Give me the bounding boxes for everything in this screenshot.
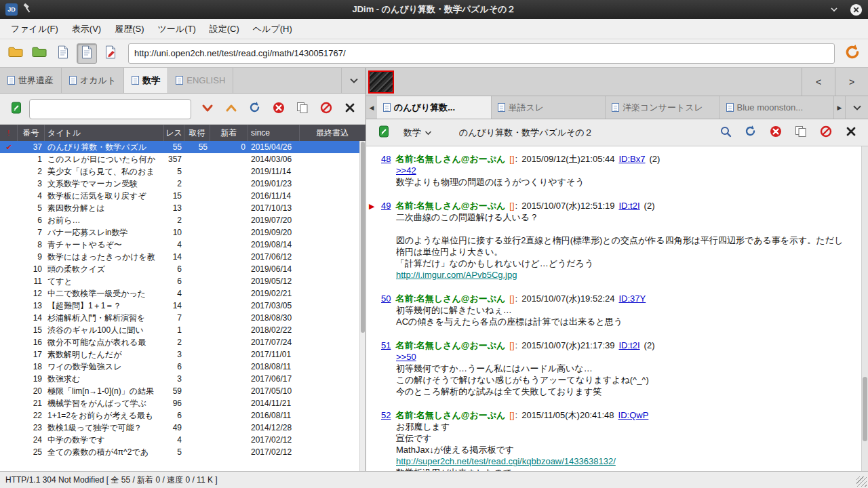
url-link[interactable]: http://super2ch.net/test/read.cgi/kqbbzo… bbox=[396, 456, 616, 466]
thread-list-row[interactable]: 19数強求む32017/06/17 bbox=[0, 373, 366, 385]
thread-list-row[interactable]: 2美少女「ほら見て、私のおま52019/11/14 bbox=[0, 165, 366, 178]
scrollbar-thumb[interactable] bbox=[863, 377, 867, 441]
thread-stop-button[interactable] bbox=[765, 123, 786, 143]
scrollbar-thumb[interactable] bbox=[361, 142, 365, 333]
menu-item-1[interactable]: 表示(V) bbox=[65, 20, 108, 38]
thread-tab-3[interactable]: Blue moonston... bbox=[720, 96, 835, 119]
post-id-link[interactable]: ID:Bx7 bbox=[619, 154, 646, 164]
post-number-link[interactable]: 48 bbox=[381, 154, 391, 164]
board-tab-3[interactable]: ENGLISH bbox=[168, 68, 233, 93]
thread-copy-button[interactable] bbox=[790, 123, 811, 143]
menu-item-5[interactable]: ヘルプ(H) bbox=[246, 20, 299, 38]
board-close-button[interactable] bbox=[339, 99, 360, 119]
resize-grip[interactable] bbox=[856, 476, 867, 487]
thread-list-row[interactable]: 11てすと62019/05/12 bbox=[0, 275, 366, 287]
thread-list-row[interactable]: 13【超難問】1＋1＝？142017/03/05 bbox=[0, 300, 366, 312]
thread-list-row[interactable]: 3文系数学でマーカン受験22019/01/23 bbox=[0, 178, 366, 190]
thread-list-scrollbar[interactable] bbox=[359, 141, 366, 471]
res-anchor-link[interactable]: >>50 bbox=[396, 352, 416, 362]
boards-folder-button[interactable] bbox=[5, 43, 26, 64]
board-reload-button[interactable] bbox=[244, 99, 265, 119]
reload-button[interactable] bbox=[842, 43, 863, 64]
tab-scroll-left-button[interactable]: ◀ bbox=[366, 96, 377, 119]
thread-list-row[interactable]: 18ワイの数学勉強スレ62018/08/11 bbox=[0, 361, 366, 373]
board-copy-button[interactable] bbox=[292, 99, 313, 119]
header-new[interactable]: 新着 bbox=[210, 125, 248, 141]
titlebar[interactable]: JD JDim - のんびり算数・数学パズルその２ bbox=[0, 0, 868, 19]
thread-list-row[interactable]: 24中学の数学です42017/02/12 bbox=[0, 434, 366, 446]
url-link[interactable]: http://i.imgur.com/APvb5Cg.jpg bbox=[396, 270, 517, 280]
thread-search-button[interactable] bbox=[715, 123, 736, 143]
board-select[interactable]: 数学 bbox=[401, 125, 435, 140]
thread-list-row[interactable]: 9数学にはまったきっかけを教142017/06/12 bbox=[0, 251, 366, 263]
header-mark[interactable]: ! bbox=[0, 125, 18, 141]
menu-item-0[interactable]: ファイル(F) bbox=[4, 20, 65, 38]
thread-list-row[interactable]: 23数検1級って独学で可能？492014/12/28 bbox=[0, 422, 366, 434]
header-last-write[interactable]: 最終書込 bbox=[300, 125, 366, 141]
res-anchor-link[interactable]: >>42 bbox=[396, 165, 416, 176]
post-id-link[interactable]: ID:t2I bbox=[619, 201, 640, 211]
thread-list-row[interactable]: 14杉浦解析入門・解析演習を72018/08/30 bbox=[0, 312, 366, 324]
tab-scroll-right-button[interactable]: ▶ bbox=[834, 96, 845, 119]
thread-list-row[interactable]: 1このスレが目についたら何か3572014/03/06 bbox=[0, 153, 366, 165]
url-input[interactable] bbox=[128, 43, 835, 64]
post-id-link[interactable]: ID:t2I bbox=[619, 340, 640, 350]
menu-item-3[interactable]: ツール(T) bbox=[151, 20, 203, 38]
thread-list-row[interactable]: 8青チャートやるぞ〜42019/08/14 bbox=[0, 239, 366, 251]
thread-list-row[interactable]: 17素数解明したんだが32017/11/01 bbox=[0, 348, 366, 361]
board-tab-dropdown-button[interactable] bbox=[341, 68, 366, 93]
search-up-button[interactable] bbox=[220, 99, 241, 119]
board-tab-2[interactable]: 数学 bbox=[124, 68, 168, 93]
thread-ng-button[interactable] bbox=[815, 123, 836, 143]
board-tab-0[interactable]: 世界遺産 bbox=[0, 68, 62, 93]
thread-list-row[interactable]: 221+1=2をお前らが考える最も62016/08/11 bbox=[0, 409, 366, 422]
thread-list-row[interactable]: 10頭の柔軟クイズ62019/06/14 bbox=[0, 263, 366, 275]
favorites-button[interactable] bbox=[29, 43, 50, 64]
write-view-button[interactable] bbox=[100, 43, 121, 64]
thread-search-input[interactable] bbox=[29, 99, 191, 119]
header-title[interactable]: タイトル bbox=[45, 125, 164, 141]
post-number-link[interactable]: 52 bbox=[381, 410, 391, 420]
thread-list-row[interactable]: ✔37のんびり算数・数学パズル555502015/04/26 bbox=[0, 141, 366, 153]
menu-item-2[interactable]: 履歴(S) bbox=[108, 20, 151, 38]
thread-list-row[interactable]: 21機械学習をがんばって学ぶ962014/11/21 bbox=[0, 397, 366, 409]
post-id-link[interactable]: ID:QwP bbox=[618, 410, 649, 420]
thread-tab-0[interactable]: のんびり算数... bbox=[377, 96, 492, 119]
thread-list-row[interactable]: 15渋谷のギャル100人に聞い12018/02/22 bbox=[0, 324, 366, 336]
board-stop-button[interactable] bbox=[268, 99, 289, 119]
thread-close-button[interactable] bbox=[840, 123, 861, 143]
close-button[interactable] bbox=[850, 3, 863, 16]
post-number-link[interactable]: 50 bbox=[381, 293, 391, 304]
header-res[interactable]: レス bbox=[164, 125, 184, 141]
write-reply-button[interactable] bbox=[373, 123, 394, 143]
header-number[interactable]: 番号 bbox=[18, 125, 45, 141]
post-number-link[interactable]: 49 bbox=[381, 201, 391, 211]
thread-tab-1[interactable]: 単語スレ bbox=[492, 96, 606, 119]
board-view-button[interactable] bbox=[53, 43, 73, 64]
board-ng-button[interactable] bbox=[315, 99, 336, 119]
thread-list-row[interactable]: 6お前ら…22019/07/20 bbox=[0, 214, 366, 226]
minimize-button[interactable] bbox=[829, 5, 839, 14]
image-prev-button[interactable]: < bbox=[802, 68, 835, 96]
header-since[interactable]: since bbox=[248, 125, 300, 141]
thread-tab-dropdown-button[interactable] bbox=[845, 96, 868, 119]
thread-scrollbar[interactable] bbox=[861, 146, 868, 471]
post-number-link[interactable]: 51 bbox=[381, 340, 391, 350]
thread-list-row[interactable]: 7バナー応募スレin数学102019/09/20 bbox=[0, 226, 366, 239]
menu-item-4[interactable]: 設定(C) bbox=[203, 20, 246, 38]
thread-list-row[interactable]: 25全ての素数の積が4π^2であ52017/02/12 bbox=[0, 446, 366, 458]
thread-list-row[interactable]: 5素因数分解とは132017/10/13 bbox=[0, 202, 366, 214]
post-id-link[interactable]: ID:37Y bbox=[619, 293, 646, 304]
thread-list-row[interactable]: 16微分不可能な点が表れる最22017/07/24 bbox=[0, 336, 366, 348]
thread-list-row[interactable]: 4数学板に活気を取り戻すぞ152016/11/14 bbox=[0, 190, 366, 202]
header-get[interactable]: 取得 bbox=[184, 125, 210, 141]
new-thread-button[interactable] bbox=[5, 99, 26, 119]
thread-list-row[interactable]: 20極限「lim[n→1-0](n)」の結果592017/05/10 bbox=[0, 385, 366, 397]
thread-tab-2[interactable]: 洋楽コンサートスレ bbox=[606, 96, 720, 119]
search-down-button[interactable] bbox=[197, 99, 218, 119]
thread-list-row[interactable]: 12中二で数検準一級受かった42019/02/21 bbox=[0, 287, 366, 300]
thread-view-button[interactable] bbox=[77, 43, 97, 64]
image-next-button[interactable]: > bbox=[835, 68, 868, 96]
board-tab-1[interactable]: オカルト bbox=[62, 68, 124, 93]
image-thumbnail[interactable] bbox=[368, 70, 394, 94]
